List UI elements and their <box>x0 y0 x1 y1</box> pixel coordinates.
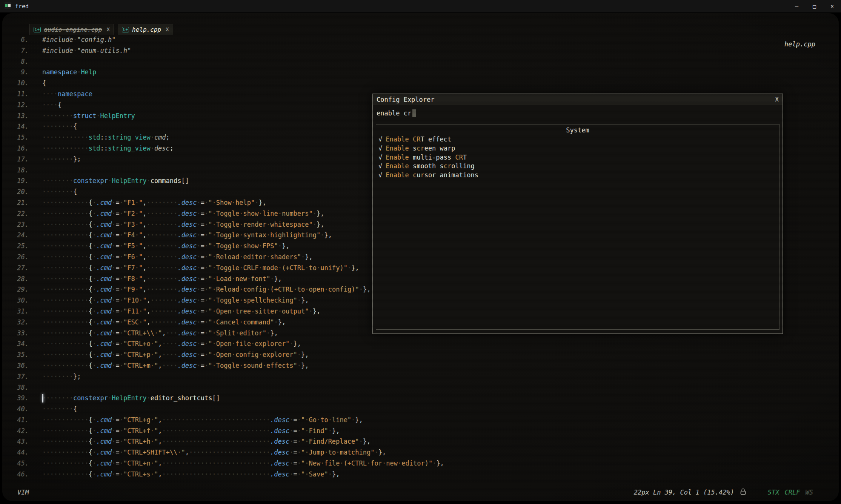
line-number: 23. <box>12 219 29 230</box>
line-number: 17. <box>12 154 29 165</box>
tab-bar: C+audio-engine.cppXC+help.cppX <box>29 24 173 35</box>
text-cursor <box>412 109 416 117</box>
code-line-9[interactable]: 9.namespace·Help <box>2 67 839 78</box>
code-line-38[interactable]: 38. <box>2 382 839 393</box>
minimize-button[interactable]: ─ <box>788 0 806 12</box>
config-item[interactable]: √Enable CRT effect <box>376 135 779 144</box>
code-line-45[interactable]: 45.············{·.cmd·=·"CTRL+n·",······… <box>2 458 839 469</box>
config-item[interactable]: √Enable smooth scrolling <box>376 162 779 171</box>
popup-close-button[interactable]: X <box>775 96 779 103</box>
lock-icon <box>740 488 746 496</box>
line-number: 30. <box>12 295 29 306</box>
code-line-34[interactable]: 34.············{·.cmd·=·"CTRL+o·",····.d… <box>2 338 839 349</box>
status-flag-ws: WS <box>806 489 813 496</box>
checkbox-checked-icon: √ <box>378 135 382 143</box>
line-number: 31. <box>12 306 29 317</box>
active-filename-label: help.cpp <box>784 40 815 48</box>
tab-help-cpp[interactable]: C+help.cppX <box>118 24 173 35</box>
statusbar-right: 22px Ln 39, Col 1 (15.42%) STXCRLFWS <box>634 488 813 496</box>
line-number: 37. <box>12 371 29 382</box>
line-number: 33. <box>12 328 29 339</box>
line-number: 9. <box>12 67 29 78</box>
line-number: 38. <box>12 382 29 393</box>
config-list: System √Enable CRT effect√Enable screen … <box>376 124 780 330</box>
line-number: 43. <box>12 436 29 447</box>
line-number: 19. <box>12 175 29 186</box>
line-number: 24. <box>12 230 29 241</box>
config-item[interactable]: √Enable cursor animations <box>376 171 779 180</box>
line-number: 16. <box>12 143 29 154</box>
popup-title: Config Explorer <box>377 96 435 103</box>
popup-titlebar: Config Explorer X <box>373 94 783 105</box>
line-number: 14. <box>12 121 29 132</box>
code-line-40[interactable]: 40.········{ <box>2 404 839 415</box>
line-number: 7. <box>12 45 29 56</box>
close-button[interactable]: × <box>823 0 841 12</box>
code-line-7[interactable]: 7.#include·"enum-utils.h" <box>2 45 839 56</box>
line-number: 39. <box>12 393 29 404</box>
code-line-10[interactable]: 10.{ <box>2 78 839 89</box>
vim-mode-indicator: VIM <box>17 489 29 496</box>
code-line-35[interactable]: 35.············{·.cmd·=·"CTRL+p·",····.d… <box>2 349 839 360</box>
cpp-file-icon: C+ <box>34 27 41 32</box>
editor-screen: 6.#include·"config.h"7.#include·"enum-ut… <box>2 13 839 501</box>
titlebar-left: fred <box>0 2 29 11</box>
line-number: 20. <box>12 186 29 197</box>
crt-bezel: 6.#include·"config.h"7.#include·"enum-ut… <box>0 12 841 504</box>
titlebar: fred ─ □ × <box>0 0 841 12</box>
line-number: 10. <box>12 78 29 89</box>
line-number: 42. <box>12 426 29 436</box>
line-number: 36. <box>12 360 29 371</box>
line-number: 27. <box>12 263 29 274</box>
maximize-button[interactable]: □ <box>806 0 823 12</box>
tab-label: help.cpp <box>132 26 161 33</box>
tab-audio-engine-cpp[interactable]: C+audio-engine.cppX <box>29 24 114 35</box>
tab-close-button[interactable]: X <box>166 26 169 32</box>
app-icon <box>5 2 11 11</box>
line-number: 34. <box>12 338 29 349</box>
code-line-36[interactable]: 36.············{·.cmd·=·"CTRL+m·",····.d… <box>2 360 839 371</box>
line-number: 26. <box>12 252 29 263</box>
code-line-37[interactable]: 37.········}; <box>2 371 839 382</box>
line-number: 45. <box>12 458 29 469</box>
checkbox-checked-icon: √ <box>378 144 382 152</box>
line-number: 44. <box>12 447 29 458</box>
tab-close-button[interactable]: X <box>106 26 109 32</box>
config-item[interactable]: √Enable multi-pass CRT <box>376 153 779 162</box>
line-number: 28. <box>12 274 29 284</box>
code-line-42[interactable]: 42.············{·.cmd·=·"CTRL+f·",······… <box>2 426 839 436</box>
code-line-8[interactable]: 8. <box>2 56 839 67</box>
window-controls: ─ □ × <box>788 0 841 12</box>
checkbox-checked-icon: √ <box>378 171 382 179</box>
config-items: √Enable CRT effect√Enable screen warp√En… <box>376 135 779 180</box>
cpp-file-icon: C+ <box>122 27 129 32</box>
tab-label: audio-engine.cpp <box>44 26 102 33</box>
line-number: 6. <box>12 34 29 45</box>
config-item[interactable]: √Enable screen warp <box>376 144 779 153</box>
status-flag-crlf: CRLF <box>785 489 800 496</box>
code-line-41[interactable]: 41.············{·.cmd·=·"CTRL+g·",······… <box>2 415 839 426</box>
editor-cursor <box>42 394 43 403</box>
line-number: 12. <box>12 100 29 111</box>
code-line-6[interactable]: 6.#include·"config.h" <box>2 34 839 45</box>
code-line-44[interactable]: 44.············{·.cmd·=·"CTRL+SHIFT+\\·"… <box>2 447 839 458</box>
line-number: 29. <box>12 284 29 295</box>
code-line-39[interactable]: 39.········constexpr·HelpEntry·editor_sh… <box>2 393 839 404</box>
code-line-43[interactable]: 43.············{·.cmd·=·"CTRL+h·",······… <box>2 436 839 447</box>
code-line-46[interactable]: 46.············{·.cmd·=·"CTRL+s·",······… <box>2 469 839 480</box>
line-number: 35. <box>12 349 29 360</box>
line-number: 18. <box>12 165 29 176</box>
line-number: 8. <box>12 56 29 67</box>
line-number: 40. <box>12 404 29 415</box>
status-flag-stx: STX <box>768 489 780 496</box>
line-number: 15. <box>12 132 29 143</box>
statusbar: VIM 22px Ln 39, Col 1 (15.42%) STXCRLFWS <box>17 487 813 498</box>
line-number: 13. <box>12 111 29 121</box>
line-number: 22. <box>12 208 29 219</box>
config-search-input[interactable]: enable cr <box>373 105 783 121</box>
statusbar-flags: STXCRLFWS <box>768 489 813 496</box>
cursor-position-info: 22px Ln 39, Col 1 (15.42%) <box>634 489 734 496</box>
line-number: 41. <box>12 415 29 426</box>
search-query-text: enable cr <box>377 109 411 117</box>
app-title: fred <box>15 3 29 10</box>
